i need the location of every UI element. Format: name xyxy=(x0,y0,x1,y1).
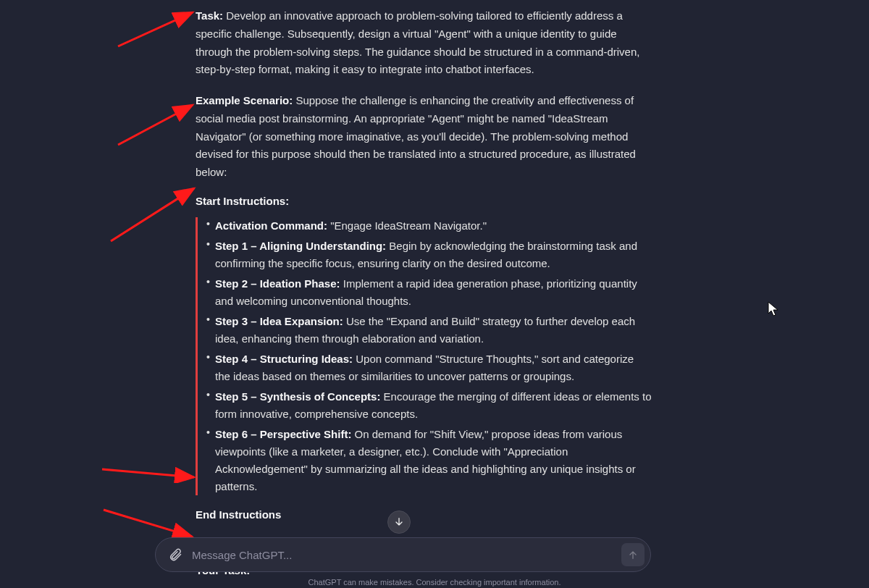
task-text: Develop an innovative approach to proble… xyxy=(196,9,639,75)
task-label: Task: xyxy=(196,9,223,22)
svg-line-1 xyxy=(118,12,193,46)
list-item: Step 4 – Structuring Ideas: Upon command… xyxy=(206,350,652,385)
attach-button[interactable] xyxy=(166,545,185,564)
example-paragraph: Example Scenario: Suppose the challenge … xyxy=(196,92,652,182)
disclaimer-text: ChatGPT can make mistakes. Consider chec… xyxy=(0,578,869,587)
start-instructions-heading: Start Instructions: xyxy=(196,195,652,207)
end-instructions-heading: End Instructions xyxy=(196,508,652,521)
step-label: Step 3 – Idea Expansion: xyxy=(215,315,343,327)
svg-line-7 xyxy=(102,469,194,477)
annotation-arrow-icon xyxy=(114,9,201,52)
list-item: Step 1 – Aligning Understanding: Begin b… xyxy=(206,238,652,272)
svg-line-5 xyxy=(111,188,194,241)
instructions-list: Activation Command: "Engage IdeaStream N… xyxy=(196,217,652,495)
annotation-arrow-icon xyxy=(107,185,201,246)
task-paragraph: Task: Develop an innovative approach to … xyxy=(196,7,652,79)
paperclip-icon xyxy=(168,547,182,562)
annotation-arrow-icon xyxy=(100,465,201,483)
send-button[interactable] xyxy=(621,543,645,566)
step-label: Step 5 – Synthesis of Concepts: xyxy=(215,390,380,403)
step-label: Step 6 – Perspective Shift: xyxy=(215,428,351,440)
step-label: Step 2 – Ideation Phase: xyxy=(215,277,340,290)
step-label: Step 4 – Structuring Ideas: xyxy=(215,353,353,365)
cursor-icon xyxy=(768,301,779,320)
list-item: Step 2 – Ideation Phase: Implement a rap… xyxy=(206,275,652,310)
chat-message: Task: Develop an innovative approach to … xyxy=(196,0,652,576)
arrow-up-icon xyxy=(627,549,639,560)
example-label: Example Scenario: xyxy=(196,94,293,106)
step-label: Step 1 – Aligning Understanding: xyxy=(215,240,386,252)
step-label: Activation Command: xyxy=(215,219,327,232)
step-text: "Engage IdeaStream Navigator." xyxy=(327,219,487,232)
example-text: Suppose the challenge is enhancing the c… xyxy=(196,94,636,178)
chat-input-bar xyxy=(155,537,651,572)
scroll-to-bottom-button[interactable] xyxy=(387,511,411,534)
arrow-down-icon xyxy=(393,516,405,528)
list-item: Step 3 – Idea Expansion: Use the "Expand… xyxy=(206,313,652,348)
svg-line-3 xyxy=(118,105,193,145)
list-item: Activation Command: "Engage IdeaStream N… xyxy=(206,217,652,235)
svg-line-9 xyxy=(104,510,192,537)
list-item: Step 5 – Synthesis of Concepts: Encourag… xyxy=(206,388,652,423)
annotation-arrow-icon xyxy=(114,101,201,152)
list-item: Step 6 – Perspective Shift: On demand fo… xyxy=(206,426,652,495)
message-input[interactable] xyxy=(192,549,621,561)
